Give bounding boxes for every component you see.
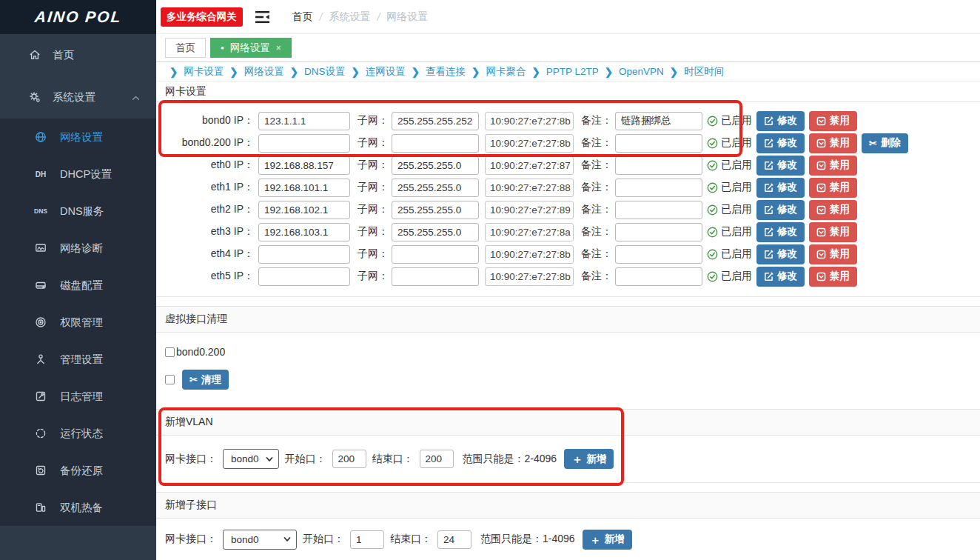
select-all-checkbox[interactable] xyxy=(165,375,175,384)
stop-icon xyxy=(816,161,826,170)
vlan-interface-select[interactable]: bond0 xyxy=(223,449,279,469)
sidebar-item-home[interactable]: 首页 xyxy=(0,34,156,76)
modify-button[interactable]: 修改 xyxy=(756,222,805,242)
sidebar-item-dns[interactable]: DNSDNS服务 xyxy=(0,193,156,230)
edit-icon xyxy=(764,139,773,148)
note-input[interactable] xyxy=(615,179,702,197)
breadcrumb: 首页/系统设置/网络设置 xyxy=(292,10,429,24)
nic-row-label: eth5 IP： xyxy=(156,270,254,283)
note-input[interactable] xyxy=(615,201,702,219)
clean-button[interactable]: ✂ 清理 xyxy=(182,370,229,390)
disable-button[interactable]: 禁用 xyxy=(809,200,857,220)
note-input[interactable] xyxy=(615,134,702,153)
ip-input[interactable] xyxy=(258,179,350,197)
modify-button[interactable]: 修改 xyxy=(756,133,805,153)
bond0200-checkbox[interactable] xyxy=(165,347,175,357)
edit-icon xyxy=(764,205,773,215)
subnav-link[interactable]: DNS设置 xyxy=(304,65,346,79)
chevron-separator: ❯ xyxy=(412,66,420,78)
ip-input[interactable] xyxy=(258,112,350,130)
cleanup-item-row: bond0.200 xyxy=(165,344,980,359)
disable-button[interactable]: 禁用 xyxy=(809,244,857,264)
sidebar-item-disk[interactable]: 磁盘配置 xyxy=(0,267,156,304)
vlan-end-input[interactable] xyxy=(420,450,454,468)
main: 多业务综合网关 首页/系统设置/网络设置 首页 ● 网络设置 × ❯网卡设置❯网… xyxy=(156,0,980,560)
subif-add-button[interactable]: ＋ 新增 xyxy=(583,530,632,550)
end-port-label: 结束口： xyxy=(390,533,432,546)
subnav-link[interactable]: PPTP L2TP xyxy=(546,66,599,77)
disable-button[interactable]: 禁用 xyxy=(809,178,857,198)
subnet-input[interactable] xyxy=(392,245,479,264)
cleanup-content: bond0.200 ✂ 清理 xyxy=(156,333,980,400)
sidebar-item-dhcp[interactable]: DHDHCP设置 xyxy=(0,156,156,193)
tab-close-icon[interactable]: × xyxy=(276,43,281,53)
ip-input[interactable] xyxy=(258,267,350,286)
sidebar-item-logs[interactable]: 日志管理 xyxy=(0,378,156,415)
disable-button-label: 禁用 xyxy=(830,136,850,150)
modify-button-label: 修改 xyxy=(777,270,797,283)
vlan-add-button[interactable]: ＋ 新增 xyxy=(564,449,614,469)
sidebar-item-label: 管理设置 xyxy=(60,353,103,367)
breadcrumb-item[interactable]: 系统设置 xyxy=(329,10,370,24)
ip-input[interactable] xyxy=(258,245,350,264)
tab-home[interactable]: 首页 xyxy=(165,38,206,58)
modify-button[interactable]: 修改 xyxy=(756,200,805,220)
modify-button[interactable]: 修改 xyxy=(756,178,805,198)
subnet-input[interactable] xyxy=(392,134,479,153)
sidebar-item-label: DNS服务 xyxy=(60,204,104,219)
disable-button[interactable]: 禁用 xyxy=(809,156,857,176)
subnet-input[interactable] xyxy=(392,179,479,197)
note-input[interactable] xyxy=(615,156,702,175)
modify-button[interactable]: 修改 xyxy=(756,111,805,131)
breadcrumb-item[interactable]: 首页 xyxy=(292,10,313,24)
sidebar-item-backup[interactable]: 备份还原 xyxy=(0,452,156,489)
subnav-link[interactable]: OpenVPN xyxy=(619,66,664,77)
sidebar-item-management[interactable]: 管理设置 xyxy=(0,341,156,378)
vlan-start-input[interactable] xyxy=(332,450,366,468)
sidebar-item-permissions[interactable]: 权限管理 xyxy=(0,304,156,341)
subnav-link[interactable]: 网卡聚合 xyxy=(486,65,526,79)
breadcrumb-item[interactable]: 网络设置 xyxy=(386,10,428,24)
modify-button[interactable]: 修改 xyxy=(756,244,805,264)
nic-row: eth3 IP： 子网： 10:90:27:e7:27:8a 备注： 已启用 修… xyxy=(156,221,980,243)
delete-button[interactable]: ✂ 删除 xyxy=(862,133,908,153)
ip-input[interactable] xyxy=(258,201,350,219)
subnav-link[interactable]: 时区时间 xyxy=(684,65,724,79)
ip-input[interactable] xyxy=(258,156,350,175)
ip-input[interactable] xyxy=(258,223,350,241)
disable-button[interactable]: 禁用 xyxy=(809,267,857,287)
section-title: 新增子接口 xyxy=(165,499,217,512)
subnet-input[interactable] xyxy=(392,223,479,241)
sidebar-item-settings[interactable]: 系统设置 xyxy=(0,76,156,119)
modify-button[interactable]: 修改 xyxy=(756,156,805,176)
note-input[interactable] xyxy=(615,267,702,286)
modify-button[interactable]: 修改 xyxy=(756,267,805,287)
sidebar-item-ha[interactable]: 双机热备 xyxy=(0,489,156,526)
subnav-link[interactable]: 网络设置 xyxy=(244,65,284,79)
subif-section-header: 新增子接口 xyxy=(156,492,980,519)
tab-network-settings[interactable]: ● 网络设置 × xyxy=(210,38,292,58)
disable-button[interactable]: 禁用 xyxy=(809,222,857,242)
subif-start-input[interactable] xyxy=(350,530,384,549)
disable-button[interactable]: 禁用 xyxy=(809,111,857,131)
subnav-link[interactable]: 网卡设置 xyxy=(184,65,224,79)
subnav-link[interactable]: 查看连接 xyxy=(426,65,466,79)
subnet-input[interactable] xyxy=(392,267,479,286)
subnav-link[interactable]: 连网设置 xyxy=(366,65,406,79)
disable-button-label: 禁用 xyxy=(830,203,850,216)
subnet-input[interactable] xyxy=(392,201,479,219)
subnet-input[interactable] xyxy=(392,156,479,175)
ip-input[interactable] xyxy=(258,134,350,153)
dhcp-icon: DH xyxy=(34,170,47,179)
sidebar-item-diagnostics[interactable]: 网络诊断 xyxy=(0,230,156,267)
note-input[interactable] xyxy=(615,223,702,241)
sidebar-toggle-icon[interactable] xyxy=(255,10,270,24)
note-input[interactable] xyxy=(615,245,702,264)
disable-button[interactable]: 禁用 xyxy=(809,133,857,153)
sidebar-item-globe[interactable]: 网络设置 xyxy=(0,119,156,156)
subif-interface-select[interactable]: bond0 xyxy=(223,530,297,550)
note-input[interactable] xyxy=(615,112,702,130)
subif-end-input[interactable] xyxy=(437,530,471,549)
sidebar-item-status[interactable]: 运行状态 xyxy=(0,415,156,452)
subnet-input[interactable] xyxy=(392,112,479,130)
